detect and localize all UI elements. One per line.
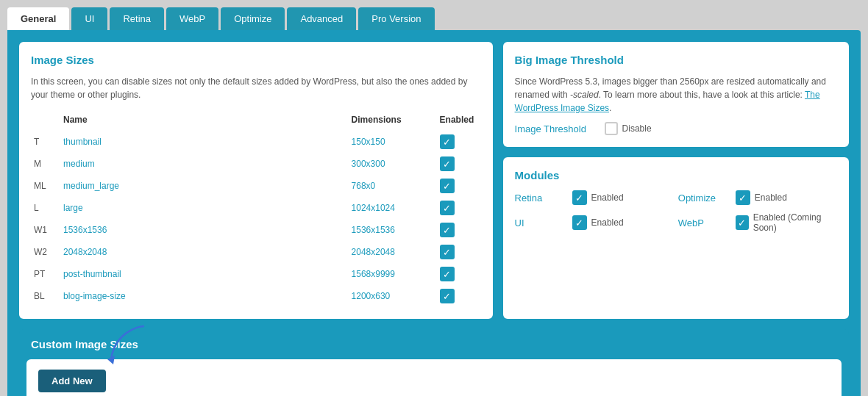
col-header-dimensions: Dimensions [349,112,437,131]
checkbox-checked-icon[interactable]: ✓ [440,201,455,215]
add-new-button[interactable]: Add New [38,370,106,392]
image-sizes-description: In this screen, you can disable sizes no… [31,75,481,101]
threshold-row: Image Threshold Disable [515,122,837,135]
checkbox-checked-icon[interactable]: ✓ [440,134,455,149]
module-name: UI [515,217,566,228]
custom-image-sizes-section: Custom Image Sizes Add New [19,329,849,396]
tab-bar: General UI Retina WebP Optimize Advanced… [7,7,861,30]
module-status: ✓Enabled [572,190,624,205]
module-enabled-icon[interactable]: ✓ [572,190,587,205]
size-dimensions: 768x0 [349,175,437,197]
size-dimensions: 1536x1536 [349,219,437,241]
size-enabled[interactable]: ✓ [437,241,481,263]
module-status-text: Enabled [755,192,787,203]
image-sizes-panel: Image Sizes In this screen, you can disa… [19,42,493,319]
image-sizes-title: Image Sizes [31,54,481,66]
app-wrapper: General UI Retina WebP Optimize Advanced… [0,0,868,396]
size-enabled[interactable]: ✓ [437,197,481,219]
size-abbr: PT [31,263,60,285]
module-status: ✓Enabled (Coming Soon) [736,212,837,233]
module-row: UI✓Enabled [515,212,674,233]
size-abbr: ML [31,175,60,197]
threshold-checkbox-area: Disable [605,122,652,135]
table-row: Llarge1024x1024✓ [31,197,481,219]
size-name[interactable]: thumbnail [60,131,349,153]
module-enabled-icon[interactable]: ✓ [736,190,750,205]
size-name[interactable]: post-thumbnail [60,263,349,285]
size-dimensions: 300x300 [349,153,437,175]
checkbox-checked-icon[interactable]: ✓ [440,289,455,303]
checkbox-checked-icon[interactable]: ✓ [440,223,455,237]
size-enabled[interactable]: ✓ [437,285,481,307]
size-enabled[interactable]: ✓ [437,153,481,175]
tab-general[interactable]: General [7,7,69,30]
table-row: W22048x20482048x2048✓ [31,241,481,263]
table-row: W11536x15361536x1536✓ [31,219,481,241]
table-row: PTpost-thumbnail1568x9999✓ [31,263,481,285]
size-name[interactable]: large [60,197,349,219]
size-enabled[interactable]: ✓ [437,131,481,153]
checkbox-checked-icon[interactable]: ✓ [440,267,455,281]
modules-title: Modules [515,169,837,181]
module-row: Retina✓Enabled [515,190,674,205]
size-abbr: L [31,197,60,219]
main-content: Image Sizes In this screen, you can disa… [7,30,861,396]
threshold-label: Image Threshold [515,123,596,134]
module-enabled-icon[interactable]: ✓ [572,215,587,230]
custom-image-sizes-title: Custom Image Sizes [19,329,849,350]
table-row: BLblog-image-size1200x630✓ [31,285,481,307]
checkbox-checked-icon[interactable]: ✓ [440,156,455,171]
module-row: Optimize✓Enabled [678,190,837,205]
size-enabled[interactable]: ✓ [437,263,481,285]
checkbox-checked-icon[interactable]: ✓ [440,179,455,193]
tab-ui[interactable]: UI [71,7,107,30]
table-row: Mmedium300x300✓ [31,153,481,175]
tab-optimize[interactable]: Optimize [221,7,285,30]
size-abbr: T [31,131,60,153]
size-name[interactable]: 1536x1536 [60,219,349,241]
size-dimensions: 150x150 [349,131,437,153]
module-row: WebP✓Enabled (Coming Soon) [678,212,837,233]
tab-pro-version[interactable]: Pro Version [358,7,434,30]
size-name[interactable]: blog-image-size [60,285,349,307]
size-abbr: M [31,153,60,175]
size-name[interactable]: medium_large [60,175,349,197]
add-new-area: Add New [26,359,842,396]
module-enabled-icon[interactable]: ✓ [736,215,749,230]
threshold-desc-part2: . To learn more about this, have a look … [599,90,805,100]
module-status-text: Enabled (Coming Soon) [753,212,837,233]
module-name: Optimize [678,192,730,204]
table-row: MLmedium_large768x0✓ [31,175,481,197]
modules-panel: Modules Retina✓EnabledOptimize✓EnabledUI… [503,157,849,319]
size-abbr: BL [31,285,60,307]
col-header-name: Name [60,112,349,131]
sizes-table: Name Dimensions Enabled Tthumbnail150x15… [31,112,481,307]
tab-webp[interactable]: WebP [166,7,218,30]
size-dimensions: 1568x9999 [349,263,437,285]
threshold-checkbox[interactable] [605,122,618,135]
top-row: Image Sizes In this screen, you can disa… [19,42,849,319]
size-enabled[interactable]: ✓ [437,219,481,241]
table-row: Tthumbnail150x150✓ [31,131,481,153]
tab-retina[interactable]: Retina [110,7,164,30]
size-dimensions: 1200x630 [349,285,437,307]
size-abbr: W1 [31,219,60,241]
module-status: ✓Enabled [572,215,624,230]
big-image-threshold-panel: Big Image Threshold Since WordPress 5.3,… [503,42,849,147]
size-name[interactable]: 2048x2048 [60,241,349,263]
col-header-abbr [31,112,60,131]
size-dimensions: 1024x1024 [349,197,437,219]
threshold-desc-scaled: -scaled [570,90,599,100]
module-status: ✓Enabled [736,190,787,205]
size-abbr: W2 [31,241,60,263]
modules-grid: Retina✓EnabledOptimize✓EnabledUI✓Enabled… [515,190,837,233]
tab-advanced[interactable]: Advanced [287,7,356,30]
module-name: WebP [678,217,730,228]
checkbox-checked-icon[interactable]: ✓ [440,245,455,259]
size-name[interactable]: medium [60,153,349,175]
size-enabled[interactable]: ✓ [437,175,481,197]
module-status-text: Enabled [591,192,624,203]
threshold-desc-period: . [609,103,611,113]
svg-marker-0 [107,356,115,364]
threshold-description: Since WordPress 5.3, images bigger than … [515,75,837,115]
